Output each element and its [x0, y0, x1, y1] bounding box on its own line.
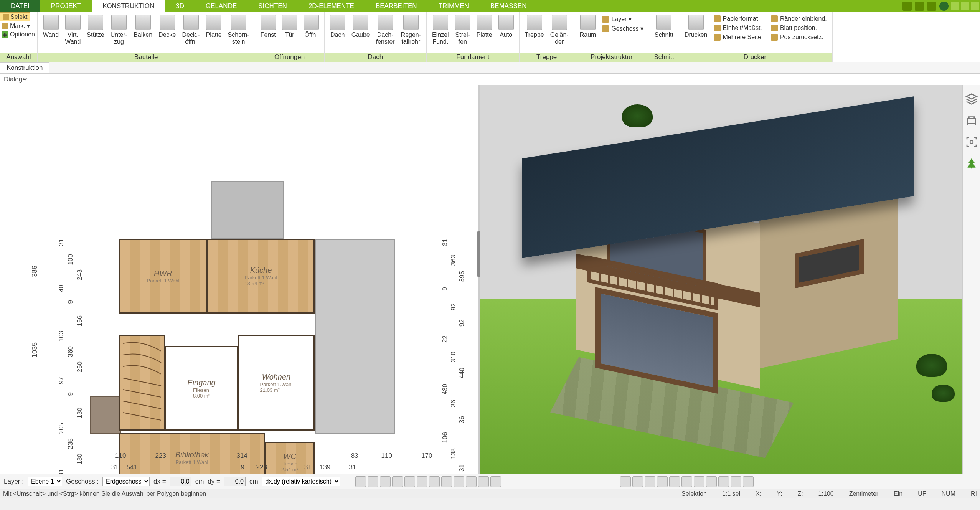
ribbon-small-papierformat[interactable]: Papierformat — [712, 15, 766, 23]
ribbon-btn-dach-fenster[interactable]: Dach- fenster — [373, 14, 398, 46]
minimize-button[interactable] — [951, 2, 959, 10]
svg-rect-0 — [967, 119, 975, 124]
propbar-icon[interactable] — [731, 476, 741, 487]
dim-v: 130 — [76, 408, 84, 418]
dim-v: 106 — [441, 432, 449, 443]
ribbon-small-layer[interactable]: Layer ▾ — [601, 15, 645, 23]
mark-button[interactable]: Mark. ▾ — [0, 21, 32, 30]
propbar-icon[interactable] — [743, 476, 754, 487]
3d-view[interactable] — [480, 85, 962, 474]
dx-input[interactable] — [170, 477, 191, 486]
menu-tab-projekt[interactable]: PROJEKT — [40, 0, 92, 12]
subtab-konstruktion[interactable]: Konstruktion — [0, 62, 49, 73]
ribbon-btn-st-tze[interactable]: Stütze — [84, 14, 107, 39]
ribbon-small-pos-zur-cksetz-[interactable]: Pos zurücksetz. — [769, 33, 828, 41]
ribbon-btn-wand[interactable]: Wand — [40, 14, 62, 39]
ribbon-small-blatt-position-[interactable]: Blatt position. — [769, 24, 828, 32]
ribbon-btn-strei-fen[interactable]: Strei- fen — [452, 14, 474, 46]
propbar-icon[interactable] — [669, 476, 680, 487]
ribbon-btn-decke[interactable]: Decke — [155, 14, 179, 39]
menu-tab-3d[interactable]: 3D — [165, 0, 195, 12]
ribbon-btn-platte[interactable]: Platte — [474, 14, 495, 39]
propbar-icon[interactable] — [380, 476, 391, 487]
propbar-icon[interactable] — [355, 476, 366, 487]
layers-icon[interactable] — [965, 93, 978, 105]
screen-icon[interactable] — [927, 2, 936, 11]
ribbon-btn-einzel-fund-[interactable]: Einzel Fund. — [429, 14, 452, 46]
menu-tab-trimmen[interactable]: TRIMMEN — [428, 0, 480, 12]
pencil-icon[interactable] — [902, 2, 912, 11]
optionen-button[interactable]: ✚Optionen — [0, 30, 37, 39]
propbar-icon[interactable] — [454, 476, 464, 487]
ribbon-btn-schnitt[interactable]: Schnitt — [652, 14, 676, 39]
ribbon-small-r-nder-einblend-[interactable]: Ränder einblend. — [769, 15, 828, 23]
focus-icon[interactable] — [965, 136, 978, 148]
ribbon-btn-regen-fallrohr[interactable]: Regen- fallrohr — [398, 14, 424, 46]
menu-tab-bemassen[interactable]: BEMASSEN — [480, 0, 537, 12]
propbar-icon[interactable] — [478, 476, 489, 487]
propbar-icon[interactable] — [490, 476, 501, 487]
menu-tab-bearbeiten[interactable]: BEARBEITEN — [365, 0, 428, 12]
propbar-icon[interactable] — [645, 476, 655, 487]
coord-mode-select[interactable]: dx,dy (relativ kartesisch) — [262, 477, 340, 486]
ribbon-btn-unter-zug[interactable]: Unter- zug — [107, 14, 130, 46]
menu-tab-konstruktion[interactable]: KONSTRUKTION — [92, 0, 165, 12]
dy-input[interactable] — [224, 477, 246, 486]
ribbon-btn-raum[interactable]: Raum — [577, 14, 599, 39]
ribbon-btn-drucken[interactable]: Drucken — [681, 14, 711, 39]
propbar-icon[interactable] — [694, 476, 704, 487]
ribbon-btn-fenst[interactable]: Fenst — [257, 14, 279, 39]
room-wohnen[interactable]: WohnenParkett 1.Wahl21,03 m² — [238, 335, 315, 431]
propbar-icon[interactable] — [466, 476, 477, 487]
dialog-label: Dialoge: — [0, 76, 31, 83]
help-icon[interactable] — [939, 2, 949, 11]
ribbon-small-geschoss[interactable]: Geschoss ▾ — [601, 24, 645, 33]
ribbon-btn-gel-n-der[interactable]: Gelän- der — [547, 14, 572, 46]
room-hwr[interactable]: HWRParkett 1.Wahl — [119, 239, 207, 314]
maximize-button[interactable] — [961, 2, 969, 10]
propbar-icon[interactable] — [681, 476, 692, 487]
propbar-icon[interactable] — [441, 476, 452, 487]
floorplan-view[interactable]: HWRParkett 1.WahlKücheParkett 1.Wahl13,5… — [0, 85, 478, 474]
ribbon-btn-auto[interactable]: Auto — [495, 14, 517, 39]
ribbon-small-mehrere-seiten[interactable]: Mehrere Seiten — [712, 33, 766, 41]
unit-cm: cm — [195, 478, 204, 485]
ribbon-btn-balken[interactable]: Balken — [130, 14, 155, 39]
menu-tab-datei[interactable]: DATEI — [0, 0, 40, 12]
selekt-button[interactable]: Selekt — [0, 12, 30, 21]
propbar-icon[interactable] — [404, 476, 415, 487]
room-küche[interactable]: KücheParkett 1.Wahl13,54 m² — [207, 239, 315, 314]
propbar-icon[interactable] — [620, 476, 631, 487]
menu-tab-2d-elemente[interactable]: 2D-ELEMENTE — [298, 0, 365, 12]
geschoss-select[interactable]: Erdgeschoss — [102, 477, 150, 486]
dim-v: 360 — [67, 346, 74, 357]
propbar-icon[interactable] — [392, 476, 403, 487]
ribbon-btn-treppe[interactable]: Treppe — [522, 14, 547, 39]
ribbon-btn-deck-ffn-[interactable]: Deck.- öffn. — [179, 14, 203, 46]
ribbon-btn-gaube[interactable]: Gaube — [348, 14, 373, 39]
layer-select[interactable]: Ebene 1 — [28, 477, 62, 486]
subtab-bar: Konstruktion — [0, 62, 980, 74]
room-eingang[interactable]: EingangFliesen8,00 m² — [165, 346, 238, 431]
propbar-icon[interactable] — [706, 476, 717, 487]
propbar-icon[interactable] — [657, 476, 668, 487]
furniture-icon[interactable] — [965, 114, 978, 127]
propbar-icon[interactable] — [429, 476, 440, 487]
ribbon-btn-dach[interactable]: Dach — [327, 14, 348, 39]
ribbon-btn-platte[interactable]: Platte — [203, 14, 225, 39]
menu-tab-gelände[interactable]: GELÄNDE — [195, 0, 247, 12]
ribbon-btn--ffn-[interactable]: Öffn. — [300, 14, 322, 39]
propbar-icon[interactable] — [417, 476, 427, 487]
ribbon-btn-virt-wand[interactable]: Virt. Wand — [62, 14, 84, 46]
plan-annex-left — [90, 396, 121, 434]
propbar-icon[interactable] — [718, 476, 729, 487]
menu-tab-sichten[interactable]: SICHTEN — [247, 0, 298, 12]
tree-icon[interactable] — [965, 157, 978, 170]
box-icon[interactable] — [915, 2, 924, 11]
close-button[interactable] — [971, 2, 979, 10]
ribbon-btn-schorn-stein[interactable]: Schorn- stein — [225, 14, 252, 46]
ribbon-btn-t-r[interactable]: Tür — [279, 14, 300, 39]
propbar-icon[interactable] — [632, 476, 643, 487]
ribbon-small-einheit-ma-st-[interactable]: Einheit/Maßst. — [712, 24, 766, 32]
propbar-icon[interactable] — [368, 476, 378, 487]
